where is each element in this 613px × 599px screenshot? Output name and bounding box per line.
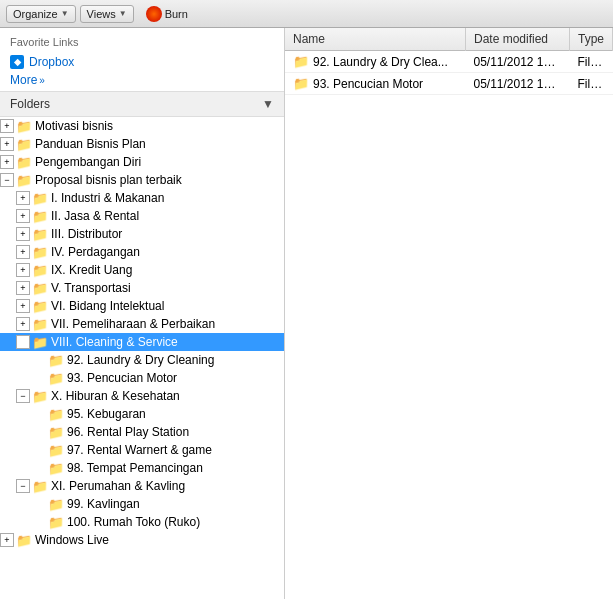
tree-item-panduan[interactable]: +📁Panduan Bisnis Plan: [0, 135, 284, 153]
tree-item-kredit[interactable]: +📁IX. Kredit Uang: [0, 261, 284, 279]
expand-button-jasa[interactable]: +: [16, 209, 30, 223]
more-label: More: [10, 73, 37, 87]
tree-item-bidang[interactable]: +📁VI. Bidang Intelektual: [0, 297, 284, 315]
folder-icon-tempat: 📁: [48, 461, 64, 476]
expand-button-cleaning[interactable]: −: [16, 335, 30, 349]
folders-collapse-icon[interactable]: ▼: [262, 97, 274, 111]
tree-item-rental_warnert[interactable]: 📁97. Rental Warnert & game: [0, 441, 284, 459]
burn-button[interactable]: Burn: [138, 4, 196, 24]
folder-icon-cleaning: 📁: [32, 335, 48, 350]
folder-icon-rental_play: 📁: [48, 425, 64, 440]
expand-button-perumahan[interactable]: −: [16, 479, 30, 493]
tree-item-label-kredit: IX. Kredit Uang: [51, 263, 132, 277]
folder-icon-pengembangan: 📁: [16, 155, 32, 170]
folder-icon-panduan: 📁: [16, 137, 32, 152]
expand-button-proposal[interactable]: −: [0, 173, 14, 187]
toolbar: Organize ▼ Views ▼ Burn: [0, 0, 613, 28]
dropbox-icon: ◆: [10, 55, 24, 69]
views-label: Views: [87, 8, 116, 20]
column-name[interactable]: Name: [285, 28, 465, 51]
views-chevron-icon: ▼: [119, 9, 127, 18]
folder-icon-motivasi: 📁: [16, 119, 32, 134]
tree-item-tempat[interactable]: 📁98. Tempat Pemancingan: [0, 459, 284, 477]
folders-title: Folders: [10, 97, 50, 111]
expand-button-perdagangan[interactable]: +: [16, 245, 30, 259]
organize-chevron-icon: ▼: [61, 9, 69, 18]
tree-item-kebugaran[interactable]: 📁95. Kebugaran: [0, 405, 284, 423]
expand-button-kredit[interactable]: +: [16, 263, 30, 277]
dropbox-link[interactable]: ◆ Dropbox: [10, 53, 274, 71]
tree-item-label-rental_warnert: 97. Rental Warnert & game: [67, 443, 212, 457]
tree-item-motivasi[interactable]: +📁Motivasi bisnis: [0, 117, 284, 135]
tree-item-pengembangan[interactable]: +📁Pengembangan Diri: [0, 153, 284, 171]
views-button[interactable]: Views ▼: [80, 5, 134, 23]
folder-icon-pencucian: 📁: [48, 371, 64, 386]
tree-item-label-cleaning: VIII. Cleaning & Service: [51, 335, 178, 349]
favorite-links-title: Favorite Links: [10, 36, 274, 48]
file-date: 05/11/2012 17:34: [465, 51, 569, 73]
file-name-cell: 📁92. Laundry & Dry Clea...: [285, 51, 465, 73]
tree-item-hiburan[interactable]: −📁X. Hiburan & Kesehatan: [0, 387, 284, 405]
tree-item-label-hiburan: X. Hiburan & Kesehatan: [51, 389, 180, 403]
tree-item-label-perumahan: XI. Perumahan & Kavling: [51, 479, 185, 493]
expand-button-motivasi[interactable]: +: [0, 119, 14, 133]
table-row[interactable]: 📁93. Pencucian Motor05/11/2012 17:34File…: [285, 73, 613, 95]
expand-button-windows_live[interactable]: +: [0, 533, 14, 547]
tree-item-rumah_toko[interactable]: 📁100. Rumah Toko (Ruko): [0, 513, 284, 531]
expand-button-industri[interactable]: +: [16, 191, 30, 205]
tree-item-laundry[interactable]: 📁92. Laundry & Dry Cleaning: [0, 351, 284, 369]
tree-item-transportasi[interactable]: +📁V. Transportasi: [0, 279, 284, 297]
tree-item-label-proposal: Proposal bisnis plan terbaik: [35, 173, 182, 187]
tree-item-label-transportasi: V. Transportasi: [51, 281, 131, 295]
more-link[interactable]: More »: [10, 73, 274, 87]
tree-item-pencucian[interactable]: 📁93. Pencucian Motor: [0, 369, 284, 387]
expand-button-pengembangan[interactable]: +: [0, 155, 14, 169]
left-panel: Favorite Links ◆ Dropbox More » Folders …: [0, 28, 285, 599]
tree-item-windows_live[interactable]: +📁Windows Live: [0, 531, 284, 549]
tree-item-label-rental_play: 96. Rental Play Station: [67, 425, 189, 439]
expand-button-transportasi[interactable]: +: [16, 281, 30, 295]
folder-icon-hiburan: 📁: [32, 389, 48, 404]
folder-icon-kebugaran: 📁: [48, 407, 64, 422]
tree-item-perumahan[interactable]: −📁XI. Perumahan & Kavling: [0, 477, 284, 495]
tree-item-label-distributor: III. Distributor: [51, 227, 122, 241]
table-row[interactable]: 📁92. Laundry & Dry Clea...05/11/2012 17:…: [285, 51, 613, 73]
tree-item-label-industri: I. Industri & Makanan: [51, 191, 164, 205]
right-panel: Name Date modified Type 📁92. Laundry & D…: [285, 28, 613, 599]
tree-item-proposal[interactable]: −📁Proposal bisnis plan terbaik: [0, 171, 284, 189]
file-type: File Fold: [569, 51, 612, 73]
tree-item-rental_play[interactable]: 📁96. Rental Play Station: [0, 423, 284, 441]
file-folder-icon: 📁: [293, 54, 309, 69]
tree-item-perdagangan[interactable]: +📁IV. Perdagangan: [0, 243, 284, 261]
tree-item-cleaning[interactable]: −📁VIII. Cleaning & Service: [0, 333, 284, 351]
tree-item-pemeliharaan[interactable]: +📁VII. Pemeliharaan & Perbaikan: [0, 315, 284, 333]
expand-button-bidang[interactable]: +: [16, 299, 30, 313]
file-folder-icon: 📁: [293, 76, 309, 91]
column-type[interactable]: Type: [569, 28, 612, 51]
expand-button-pemeliharaan[interactable]: +: [16, 317, 30, 331]
folder-icon-industri: 📁: [32, 191, 48, 206]
tree-item-label-windows_live: Windows Live: [35, 533, 109, 547]
folder-icon-kredit: 📁: [32, 263, 48, 278]
folder-icon-jasa: 📁: [32, 209, 48, 224]
folder-icon-pemeliharaan: 📁: [32, 317, 48, 332]
tree-item-label-pengembangan: Pengembangan Diri: [35, 155, 141, 169]
organize-label: Organize: [13, 8, 58, 20]
tree-item-industri[interactable]: +📁I. Industri & Makanan: [0, 189, 284, 207]
tree-item-label-laundry: 92. Laundry & Dry Cleaning: [67, 353, 214, 367]
expand-button-panduan[interactable]: +: [0, 137, 14, 151]
organize-button[interactable]: Organize ▼: [6, 5, 76, 23]
folder-tree: +📁Motivasi bisnis+📁Panduan Bisnis Plan+📁…: [0, 117, 284, 599]
tree-item-label-kebugaran: 95. Kebugaran: [67, 407, 146, 421]
table-header-row: Name Date modified Type: [285, 28, 613, 51]
file-type: File Fold: [569, 73, 612, 95]
tree-item-jasa[interactable]: +📁II. Jasa & Rental: [0, 207, 284, 225]
expand-button-hiburan[interactable]: −: [16, 389, 30, 403]
tree-item-kavlingan[interactable]: 📁99. Kavlingan: [0, 495, 284, 513]
tree-item-label-tempat: 98. Tempat Pemancingan: [67, 461, 203, 475]
tree-item-distributor[interactable]: +📁III. Distributor: [0, 225, 284, 243]
tree-item-label-panduan: Panduan Bisnis Plan: [35, 137, 146, 151]
column-date[interactable]: Date modified: [465, 28, 569, 51]
expand-button-distributor[interactable]: +: [16, 227, 30, 241]
folder-icon-proposal: 📁: [16, 173, 32, 188]
